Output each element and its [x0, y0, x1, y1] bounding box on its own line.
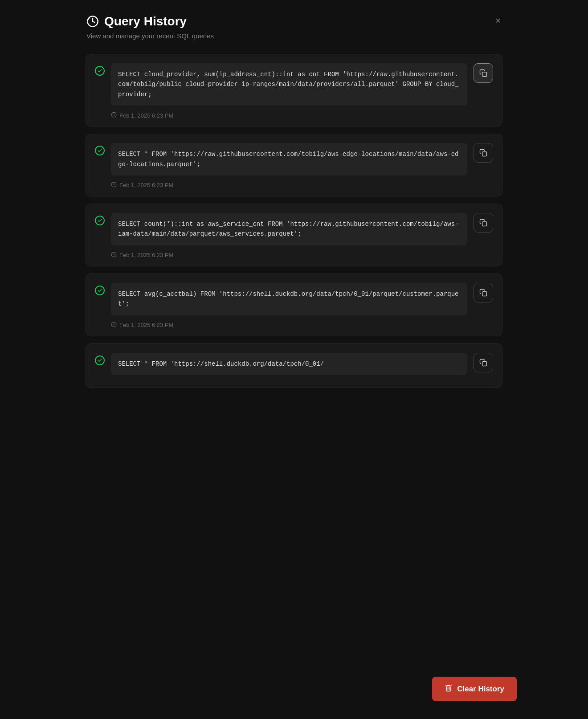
success-icon — [95, 216, 105, 225]
timestamp-text: Feb 1, 2025 6:23 PM — [119, 322, 173, 328]
success-icon — [95, 66, 105, 76]
timestamp-text: Feb 1, 2025 6:23 PM — [119, 112, 173, 119]
query-status-icon — [95, 66, 105, 76]
copy-button-5[interactable] — [474, 353, 493, 372]
timestamp-text: Feb 1, 2025 6:23 PM — [119, 182, 173, 188]
query-timestamp: Feb 1, 2025 6:23 PM — [111, 182, 493, 189]
query-timestamp: Feb 1, 2025 6:23 PM — [111, 322, 493, 329]
svg-rect-3 — [482, 152, 487, 156]
clear-history-button[interactable]: Clear History — [432, 677, 517, 701]
copy-button-3[interactable] — [474, 213, 493, 233]
modal-header: Query History × — [86, 14, 502, 29]
clock-icon — [111, 252, 117, 259]
clear-history-label: Clear History — [457, 685, 504, 694]
success-icon — [95, 286, 105, 295]
query-card-partial: SELECT * FROM 'https://shell.duckdb.org/… — [86, 343, 502, 388]
page-title: Query History — [104, 14, 187, 29]
query-card-body: SELECT count(*)::int as aws_service_cnt … — [95, 213, 493, 245]
clock-icon — [111, 112, 117, 119]
query-card: SELECT avg(c_acctbal) FROM 'https://shel… — [86, 274, 502, 336]
copy-button-4[interactable] — [474, 283, 493, 302]
copy-button-2[interactable] — [474, 143, 493, 163]
query-status-icon — [95, 355, 105, 365]
query-list: SELECT cloud_provider, sum(ip_address_cn… — [86, 54, 502, 388]
svg-rect-1 — [482, 72, 487, 77]
clock-icon — [111, 182, 117, 189]
query-card-body: SELECT * FROM 'https://raw.githubusercon… — [95, 143, 493, 176]
query-status-icon — [95, 146, 105, 155]
query-card: SELECT * FROM 'https://raw.githubusercon… — [86, 134, 502, 196]
query-code: SELECT * FROM 'https://shell.duckdb.org/… — [111, 353, 467, 375]
svg-rect-7 — [482, 291, 487, 296]
query-timestamp: Feb 1, 2025 6:23 PM — [111, 252, 493, 259]
timestamp-text: Feb 1, 2025 6:23 PM — [119, 252, 173, 258]
query-card-body: SELECT cloud_provider, sum(ip_address_cn… — [95, 63, 493, 106]
success-icon — [95, 355, 105, 365]
close-button[interactable]: × — [494, 14, 502, 27]
success-icon — [95, 146, 105, 155]
modal-title-row: Query History — [86, 14, 187, 29]
modal-container: Query History × View and manage your rec… — [71, 0, 517, 719]
query-code: SELECT * FROM 'https://raw.githubusercon… — [111, 143, 467, 176]
query-code: SELECT cloud_provider, sum(ip_address_cn… — [111, 63, 467, 106]
query-card: SELECT count(*)::int as aws_service_cnt … — [86, 204, 502, 266]
query-card: SELECT cloud_provider, sum(ip_address_cn… — [86, 54, 502, 127]
copy-button-1[interactable] — [474, 63, 493, 83]
svg-rect-9 — [482, 361, 487, 366]
query-code: SELECT avg(c_acctbal) FROM 'https://shel… — [111, 283, 467, 315]
page-subtitle: View and manage your recent SQL queries — [86, 32, 502, 40]
query-code: SELECT count(*)::int as aws_service_cnt … — [111, 213, 467, 245]
query-timestamp: Feb 1, 2025 6:23 PM — [111, 112, 493, 119]
query-status-icon — [95, 216, 105, 225]
query-card-body: SELECT avg(c_acctbal) FROM 'https://shel… — [95, 283, 493, 315]
clock-icon — [111, 322, 117, 329]
query-card-body: SELECT * FROM 'https://shell.duckdb.org/… — [95, 353, 493, 375]
history-icon — [86, 14, 100, 29]
svg-rect-5 — [482, 222, 487, 226]
trash-icon — [445, 684, 453, 694]
query-status-icon — [95, 286, 105, 295]
